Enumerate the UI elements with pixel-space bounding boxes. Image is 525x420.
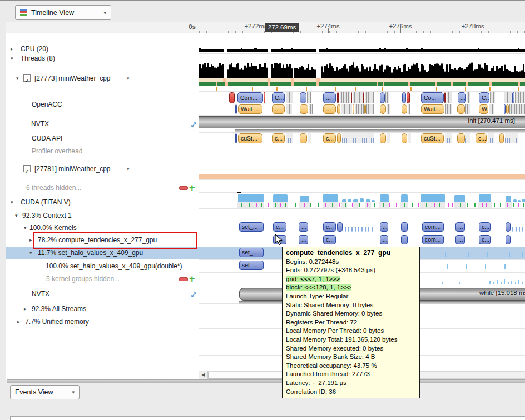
openacc-wait-event[interactable] bbox=[457, 104, 465, 114]
openacc-compute-event[interactable] bbox=[286, 92, 293, 103]
openacc-wait-event[interactable]: ... bbox=[323, 104, 336, 114]
openacc-wait-event[interactable] bbox=[366, 104, 374, 114]
openacc-wait-event[interactable] bbox=[465, 104, 470, 114]
openacc-wait-event[interactable] bbox=[506, 104, 509, 114]
cuda-api-event[interactable] bbox=[408, 133, 411, 143]
openacc-compute-event[interactable] bbox=[444, 92, 446, 103]
openacc-wait-event[interactable] bbox=[341, 104, 352, 114]
cuda-api-event[interactable]: cuSt... bbox=[238, 133, 262, 143]
cuda-api-event[interactable] bbox=[402, 133, 407, 143]
sidebar-item-threads[interactable]: ▾Threads (8) bbox=[6, 52, 199, 64]
filter-minus-icon[interactable] bbox=[179, 277, 188, 281]
openacc-wait-event[interactable] bbox=[489, 104, 494, 114]
openacc-wait-event[interactable] bbox=[380, 104, 386, 114]
cuda-api-event[interactable] bbox=[387, 133, 390, 143]
cuda-api-event[interactable]: cuSt... bbox=[421, 133, 444, 143]
kernels-event[interactable]: ... bbox=[455, 222, 465, 232]
collapse-arrow-icon[interactable]: ▾ bbox=[16, 72, 19, 84]
cuda-api-event[interactable] bbox=[308, 133, 311, 143]
openacc-wait-event[interactable] bbox=[364, 104, 366, 114]
openacc-wait-event[interactable] bbox=[408, 104, 410, 114]
sidebar-item-threads-hidden[interactable]: 6 threads hidden...+ bbox=[6, 182, 199, 194]
openacc-compute-event[interactable]: ... bbox=[458, 92, 466, 103]
openacc-compute-event[interactable]: Com... bbox=[237, 92, 263, 103]
openacc-wait-event[interactable] bbox=[300, 104, 308, 114]
sidebar-item-openacc[interactable]: OpenACC bbox=[6, 98, 199, 111]
compute-tendencies-event[interactable]: ... bbox=[455, 235, 465, 244]
kernels-event[interactable] bbox=[506, 222, 511, 232]
row-options-caret-icon[interactable]: ▾ bbox=[127, 72, 130, 84]
compute-tendencies-event[interactable]: com... bbox=[422, 235, 444, 244]
openacc-compute-event[interactable] bbox=[307, 92, 311, 103]
expand-row-icon[interactable] bbox=[190, 290, 197, 302]
openacc-compute-event[interactable]: C... bbox=[479, 92, 489, 103]
kernels-event[interactable] bbox=[512, 222, 525, 232]
sidebar-item-cuda-api[interactable]: CUDA API bbox=[6, 132, 199, 144]
collapse-arrow-icon[interactable]: ▾ bbox=[24, 222, 27, 234]
openacc-compute-event[interactable]: ... bbox=[323, 92, 336, 103]
cuda-api-event[interactable] bbox=[342, 133, 374, 143]
openacc-compute-event[interactable] bbox=[337, 92, 339, 103]
openacc-compute-event[interactable] bbox=[467, 92, 470, 103]
sidebar-item-unified-memory[interactable]: ▸7.7% Unified memory bbox=[6, 316, 199, 328]
kernels-event[interactable]: c... bbox=[323, 222, 336, 232]
set-halo-double-event[interactable]: set_... bbox=[239, 261, 264, 270]
row-options-caret-icon[interactable]: ▾ bbox=[127, 163, 130, 175]
cuda-api-event[interactable] bbox=[445, 133, 452, 143]
openacc-compute-event[interactable] bbox=[447, 92, 452, 103]
collapse-arrow-icon[interactable]: ▾ bbox=[29, 247, 32, 259]
kernels-event[interactable]: ... bbox=[299, 222, 308, 232]
openacc-wait-event[interactable]: Wait ... bbox=[238, 104, 262, 114]
cuda-api-event[interactable]: c... bbox=[476, 133, 487, 143]
collapse-arrow-icon[interactable]: ▾ bbox=[11, 52, 13, 64]
sidebar-item-cuda-titan-v[interactable]: ▾CUDA (TITAN V) bbox=[6, 196, 199, 208]
cuda-api-event[interactable] bbox=[337, 133, 341, 143]
openacc-wait-event[interactable] bbox=[286, 104, 292, 114]
compute-tendencies-event[interactable]: c... bbox=[323, 235, 336, 244]
sidebar-item-process-27773[interactable]: ▾✓[27773] miniWeather_cpp▾ bbox=[6, 72, 199, 84]
openacc-wait-event[interactable]: Wait... bbox=[421, 104, 444, 114]
kernels-event[interactable] bbox=[401, 222, 408, 232]
kernels-event[interactable] bbox=[345, 222, 375, 232]
openacc-compute-event[interactable] bbox=[385, 92, 389, 103]
openacc-compute-event[interactable] bbox=[512, 92, 514, 103]
compute-tendencies-event[interactable]: c... bbox=[479, 235, 491, 244]
kernels-event[interactable] bbox=[337, 222, 343, 232]
kernels-event[interactable]: ... bbox=[380, 222, 388, 232]
cuda-api-event[interactable] bbox=[286, 133, 293, 143]
openacc-compute-event[interactable] bbox=[300, 92, 306, 103]
kernels-event[interactable]: c... bbox=[479, 222, 491, 232]
collapse-arrow-icon[interactable]: ▾ bbox=[15, 209, 18, 222]
process-checkbox[interactable]: ✓ bbox=[23, 165, 31, 172]
process-checkbox[interactable]: ✓ bbox=[23, 74, 31, 82]
openacc-wait-event[interactable]: W... bbox=[479, 104, 488, 114]
expand-row-icon[interactable] bbox=[190, 120, 197, 132]
collapse-arrow-icon[interactable]: ▾ bbox=[11, 196, 13, 208]
openacc-compute-event[interactable] bbox=[351, 92, 352, 103]
openacc-compute-event[interactable] bbox=[363, 92, 364, 103]
events-view-dropdown[interactable]: Events View ▾ bbox=[10, 385, 80, 399]
compute-tendencies-event[interactable] bbox=[506, 235, 511, 244]
compute-tendencies-event[interactable]: ... bbox=[299, 235, 308, 244]
filter-plus-icon[interactable]: + bbox=[189, 182, 195, 194]
openacc-wait-event[interactable] bbox=[353, 104, 354, 114]
cuda-api-event[interactable] bbox=[505, 133, 518, 143]
expand-arrow-icon[interactable]: ▸ bbox=[29, 234, 32, 246]
expand-arrow-icon[interactable]: ▸ bbox=[17, 316, 20, 328]
kernels-event[interactable]: set_... bbox=[239, 222, 264, 232]
openacc-wait-event[interactable] bbox=[309, 104, 313, 114]
openacc-wait-event[interactable] bbox=[504, 104, 506, 114]
openacc-wait-event[interactable] bbox=[337, 104, 340, 114]
sidebar-item-set-halo-values-double[interactable]: 100.0% set_halo_values_x_409_gpu(double*… bbox=[6, 260, 199, 272]
cuda-api-event[interactable] bbox=[488, 133, 494, 143]
set-halo-event[interactable]: set_... bbox=[239, 248, 264, 257]
openacc-compute-event[interactable] bbox=[402, 92, 406, 103]
cuda-api-event[interactable] bbox=[457, 133, 465, 143]
openacc-wait-event[interactable] bbox=[445, 104, 452, 114]
openacc-compute-event[interactable] bbox=[340, 92, 350, 103]
compute-tendencies-event[interactable]: ... bbox=[380, 235, 388, 244]
openacc-wait-event[interactable]: ... bbox=[272, 104, 285, 114]
openacc-compute-event[interactable] bbox=[380, 92, 385, 103]
openacc-wait-event[interactable] bbox=[235, 104, 237, 114]
openacc-compute-event[interactable] bbox=[264, 92, 265, 103]
